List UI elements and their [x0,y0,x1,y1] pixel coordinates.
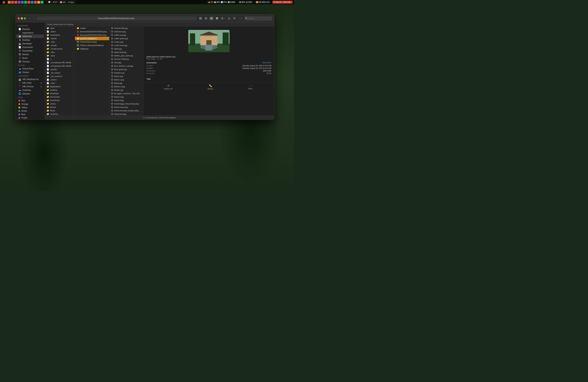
list-item[interactable]: 🖼forest-2.jpg [109,95,144,99]
sidebar-tag-blue[interactable]: Blue [16,113,44,116]
apple-menu[interactable]: 🍎 [1,0,6,4]
dock-app-4[interactable] [18,1,21,4]
minimize-button[interactable] [21,17,23,19]
sidebar-item-onedrive[interactable]: ☁ OneDrive [16,88,44,92]
dock-app-7[interactable] [27,1,30,4]
list-item[interactable]: 📁 .warp › [45,54,75,57]
dock-app-10[interactable] [37,1,40,4]
sidebar-tag-yellow[interactable]: Yellow [16,106,44,109]
sidebar-item-ipad[interactable]: 📱 HB's iPad ⏏ [16,81,44,85]
list-item[interactable]: 🖼classroom.jpg [109,30,144,33]
list-item[interactable]: 🖼coffee-green.jpg [109,37,144,40]
list-item[interactable]: 📁 Downloads › [45,99,75,102]
list-item[interactable]: 🖼forest-mountain-cloudy-valley.png [109,109,144,112]
sidebar-item-developer[interactable]: 💻 Developer [16,42,44,45]
list-item[interactable]: 🖼 download20230304143533.jpeg [75,30,109,33]
list-item[interactable]: 📄 .z [45,57,75,61]
ipad-eject[interactable]: ⏏ [41,82,42,84]
list-item[interactable]: 🖼firefox.png [109,75,144,78]
list-item[interactable]: 🖼forest-3.jpg [109,99,144,102]
rotate-left-button[interactable]: ↺ Rotate Left [164,84,172,90]
list-item[interactable]: 🖼flower.jpg [109,81,144,85]
dock-app-6[interactable] [24,1,27,4]
list-item[interactable]: 🖼dock.jpg [109,61,144,64]
sidebar-item-shared[interactable]: 👥 Shared [16,70,44,74]
gallery-view-button[interactable] [215,17,219,20]
list-item[interactable]: 📁 Desktop › [45,88,75,92]
list-item[interactable]: 🖼forest-river.jpg [109,112,144,115]
menubar-messages[interactable]: 💬 [47,1,52,4]
tag-button[interactable] [232,17,237,20]
clock[interactable]: Fri Nov 01 02:05 AM [272,1,293,4]
list-item[interactable]: 🖼debian_grey_swirl.png [109,54,144,57]
sidebar-item-desktop[interactable]: 🖥 Desktop [16,38,44,42]
preview-show-more[interactable]: Show More [263,62,271,64]
list-item[interactable]: 🖼dead-robot.jpg [109,51,144,54]
menubar-mail[interactable]: ✉ 17 [52,1,58,4]
dock-app-2[interactable] [11,1,14,4]
list-item[interactable]: 📁 .timewarrior › [45,33,75,37]
list-item[interactable]: 🖼finalizer.png [109,71,144,75]
list-item[interactable]: 🖼flower-1.jpg [109,78,144,81]
maximize-button[interactable] [24,17,26,19]
list-item[interactable]: 🖼forest-foggy-misty-cloudy.png [109,102,144,105]
list-item[interactable]: 📁 .vscode-server › [45,47,75,51]
list-item-gruvbox-selected[interactable]: 📁 gruvbox-wallpapers › [75,37,109,40]
list-item[interactable]: 📁 Avatar › [75,26,109,30]
menubar-calendar[interactable]: 📅 1/3 [59,1,66,4]
dock-app-3[interactable] [14,1,17,4]
sidebar-item-icloud-drive[interactable]: ☁ iCloud Drive [16,67,44,70]
list-item[interactable]: 📄 .zcompdump-HB's MacBook Air-5.8.1 [45,61,75,64]
list-item[interactable]: 🖼flowers-2.jpg [109,85,144,88]
forward-button[interactable]: › [33,17,35,20]
more-actions-button[interactable]: ··· More... [249,84,254,90]
list-item[interactable]: 📁 .volta › [45,40,75,44]
sidebar-item-music[interactable]: 🎵 Music [16,56,44,60]
sidebar-item-movies[interactable]: 🎬 Movies [16,53,44,56]
sidebar-item-macbook[interactable]: 💻 HB's MacBook Air [16,77,44,81]
list-item[interactable]: 📄 .zshenv [45,78,75,81]
dock-app-5[interactable] [21,1,24,4]
sidebar-item-iphone[interactable]: 📱 HB's iPhone ⏏ [16,85,44,88]
list-item[interactable]: 📁 Applications › [45,85,75,88]
list-item[interactable]: 🖼ferns-green.jpg [109,68,144,71]
list-item[interactable]: 📷 Photo Booth Library [75,40,109,44]
list-item[interactable]: 📁 .vscode › [45,44,75,47]
sidebar-tag-purple[interactable]: Purple [16,116,44,119]
list-item[interactable]: 🖼flowers.jpg [109,88,144,92]
list-item[interactable]: 🖼 download20230304143533.png [75,33,109,37]
list-item[interactable]: 📄 .zprofile [45,68,75,71]
list-item[interactable]: 📄 .taskrc [45,30,75,33]
sidebar-item-documents[interactable]: 📄 Documents [16,45,44,49]
list-item[interactable]: 📁 Music › [45,109,75,112]
list-item[interactable]: 📁 Library › [45,102,75,105]
list-item[interactable]: 📄 .zshrc [45,81,75,85]
list-item[interactable]: 📷 Photos Library.photoslibrary [75,44,109,47]
list-item[interactable]: 🖼chinese-hills.jpg [109,26,144,30]
sidebar-item-recents[interactable]: 🕐 Recents [16,27,44,31]
sidebar-tag-red[interactable]: Red [16,99,44,102]
more-button[interactable]: ··· ▾ [238,16,243,20]
icon-view-button[interactable] [198,17,203,20]
dock-app-11[interactable] [41,1,43,4]
share-button[interactable] [227,17,231,20]
sidebar-item-pictures[interactable]: 🖼 Pictures [16,60,44,63]
column-view-button[interactable] [209,17,214,20]
list-item[interactable]: 🖼dalek.jpg [109,47,144,51]
list-item[interactable]: 📄 .zcompdump-HB's MacBook Air-5.9 [45,64,75,68]
list-item[interactable]: 🖼Demon Child.png [109,57,144,61]
list-item[interactable]: 📁 Developer › [45,92,75,95]
list-view-button[interactable] [204,17,208,20]
close-button[interactable] [18,17,20,19]
sidebar-tag-orange[interactable]: Orange [16,102,44,106]
list-item[interactable]: 🖼Colors.png [109,40,144,44]
sidebar-item-network[interactable]: 🌐 Network [16,92,44,96]
list-item[interactable]: 📁 Wallpaper › [75,47,109,51]
dock-app-1[interactable] [8,1,11,4]
list-item[interactable]: 📁 .zsh_sessions › [45,75,75,78]
group-button[interactable]: ▾ [220,17,226,20]
dock-app-9[interactable] [34,1,37,4]
list-item[interactable]: 🖼comfy-room.jpg [109,44,144,47]
sidebar-item-downloads[interactable]: ⬇ Downloads [16,49,44,53]
search-input[interactable] [245,16,272,20]
